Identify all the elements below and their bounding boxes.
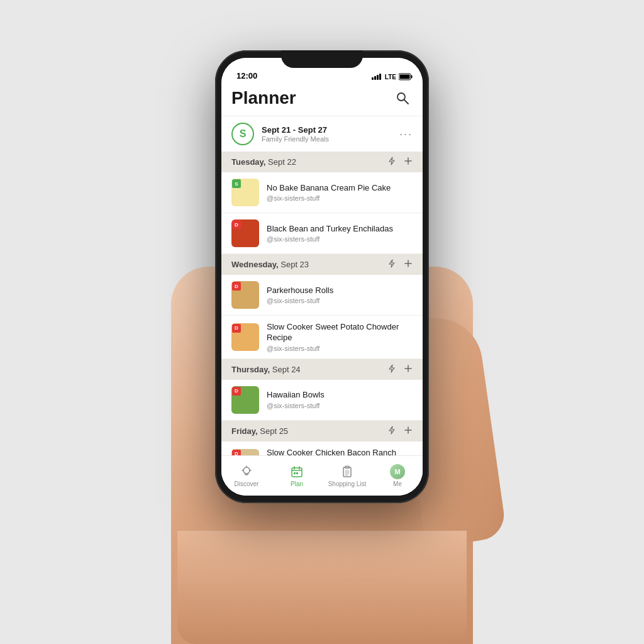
nav-me[interactable]: M Me xyxy=(372,464,423,487)
recipe-badge: D xyxy=(232,387,241,396)
svg-rect-22 xyxy=(296,472,298,474)
recipe-author: @six-sisters-stuff xyxy=(267,297,413,304)
recipe-item[interactable]: D Black Bean and Turkey Enchiladas @six-… xyxy=(221,213,423,254)
lightbulb-icon xyxy=(239,464,254,479)
recipe-name: Black Bean and Turkey Enchiladas xyxy=(267,224,413,235)
plus-icon xyxy=(404,157,413,165)
status-time: 12:00 xyxy=(236,71,257,80)
day-label: Wednesday, Sept 23 xyxy=(231,260,309,269)
plan-dates: Sept 21 - Sept 27 xyxy=(262,125,392,135)
plan-name: Family Friendly Meals xyxy=(262,135,392,143)
recipe-badge: D xyxy=(232,324,241,333)
phone-notch xyxy=(281,50,363,68)
recipe-thumbnail: D xyxy=(231,219,259,247)
plus-icon xyxy=(404,426,413,435)
recipe-name: Slow Cooker Sweet Potato Chowder Recipe xyxy=(267,322,413,343)
quick-add-icon[interactable] xyxy=(387,364,396,375)
nav-me-label: Me xyxy=(393,480,402,487)
nav-plan-label: Plan xyxy=(291,480,303,487)
lightning-icon xyxy=(387,157,396,165)
recipe-badge: D xyxy=(232,282,241,291)
battery-icon xyxy=(399,73,413,80)
page-title: Planner xyxy=(231,88,296,108)
nav-discover-label: Discover xyxy=(235,480,259,487)
recipe-info: Black Bean and Turkey Enchiladas @six-si… xyxy=(267,224,413,243)
day-label: Thursday, Sept 24 xyxy=(231,365,301,374)
svg-point-13 xyxy=(243,467,250,474)
lightning-icon xyxy=(387,426,396,435)
quick-add-icon[interactable] xyxy=(387,157,396,167)
recipe-name: Hawaiian Bowls xyxy=(267,390,413,401)
svg-rect-21 xyxy=(294,472,296,474)
user-avatar: M xyxy=(390,464,405,479)
svg-rect-1 xyxy=(411,75,413,79)
recipe-info: Hawaiian Bowls @six-sisters-stuff xyxy=(267,390,413,409)
svg-point-3 xyxy=(397,93,405,101)
recipe-item[interactable]: D Parkerhouse Rolls @six-sisters-stuff xyxy=(221,275,423,316)
scene: 12:00 LTE xyxy=(0,0,644,644)
search-icon xyxy=(396,92,409,104)
quick-add-icon[interactable] xyxy=(387,426,396,436)
nav-shopping-list[interactable]: Shopping List xyxy=(322,464,372,487)
day-header-0: Tuesday, Sept 22 xyxy=(221,152,423,172)
recipe-badge: D xyxy=(232,220,241,229)
lightning-icon xyxy=(387,364,396,373)
day-actions xyxy=(387,157,413,167)
recipe-info: Slow Cooker Chicken Bacon Ranch Sandwich… xyxy=(267,448,413,455)
nav-shopping-label: Shopping List xyxy=(328,480,367,487)
day-label: Tuesday, Sept 22 xyxy=(231,157,296,167)
more-options-button[interactable]: ··· xyxy=(399,128,413,141)
recipe-author: @six-sisters-stuff xyxy=(267,194,413,202)
phone-device: 12:00 LTE xyxy=(215,50,429,503)
recipe-item[interactable]: D Slow Cooker Chicken Bacon Ranch Sandwi… xyxy=(221,441,423,455)
plus-icon xyxy=(404,259,413,268)
nav-discover[interactable]: Discover xyxy=(221,464,272,487)
day-actions xyxy=(387,426,413,436)
recipe-item[interactable]: D Slow Cooker Sweet Potato Chowder Recip… xyxy=(221,316,423,359)
lte-label: LTE xyxy=(385,74,396,80)
day-header-2: Thursday, Sept 24 xyxy=(221,359,423,380)
recipe-badge: S xyxy=(232,179,241,188)
search-button[interactable] xyxy=(392,88,413,108)
recipe-thumbnail: S xyxy=(231,179,259,206)
add-recipe-icon[interactable] xyxy=(404,157,413,167)
recipe-item[interactable]: D Hawaiian Bowls @six-sisters-stuff xyxy=(221,380,423,421)
recipe-badge: D xyxy=(232,450,241,455)
recipe-author: @six-sisters-stuff xyxy=(267,235,413,243)
day-header-1: Wednesday, Sept 23 xyxy=(221,254,423,275)
add-recipe-icon[interactable] xyxy=(404,259,413,270)
recipe-author: @six-sisters-stuff xyxy=(267,345,413,352)
lightning-icon xyxy=(387,259,396,268)
clipboard-icon xyxy=(340,464,355,479)
signal-bars-icon xyxy=(372,74,381,80)
recipe-thumbnail: D xyxy=(231,323,259,351)
add-recipe-icon[interactable] xyxy=(404,426,413,436)
phone-screen: 12:00 LTE xyxy=(221,58,423,496)
calendar-icon xyxy=(289,464,304,479)
bottom-nav: Discover xyxy=(221,455,423,496)
recipe-info: Slow Cooker Sweet Potato Chowder Recipe … xyxy=(267,322,413,352)
recipe-thumbnail: D xyxy=(231,281,259,309)
app-header: Planner xyxy=(221,83,423,116)
plus-icon xyxy=(404,364,413,373)
day-actions xyxy=(387,364,413,375)
svg-line-4 xyxy=(404,100,408,104)
day-label: Friday, Sept 25 xyxy=(231,426,288,436)
app-content: Planner S Sept 21 - Sept 27 xyxy=(221,83,423,496)
add-recipe-icon[interactable] xyxy=(404,364,413,375)
svg-rect-2 xyxy=(400,75,410,79)
recipe-info: Parkerhouse Rolls @six-sisters-stuff xyxy=(267,286,413,305)
quick-add-icon[interactable] xyxy=(387,259,396,270)
plan-info: Sept 21 - Sept 27 Family Friendly Meals xyxy=(262,125,392,143)
recipe-item[interactable]: S No Bake Banana Cream Pie Cake @six-sis… xyxy=(221,172,423,213)
status-icons: LTE xyxy=(372,73,413,80)
recipe-name: Slow Cooker Chicken Bacon Ranch Sandwich… xyxy=(267,448,413,455)
recipe-thumbnail: D xyxy=(231,386,259,414)
plan-banner[interactable]: S Sept 21 - Sept 27 Family Friendly Meal… xyxy=(221,116,423,152)
day-actions xyxy=(387,259,413,270)
recipe-author: @six-sisters-stuff xyxy=(267,402,413,409)
plan-avatar: S xyxy=(231,123,254,145)
nav-plan[interactable]: Plan xyxy=(272,464,322,487)
recipe-thumbnail: D xyxy=(231,449,259,455)
recipe-name: Parkerhouse Rolls xyxy=(267,286,413,296)
